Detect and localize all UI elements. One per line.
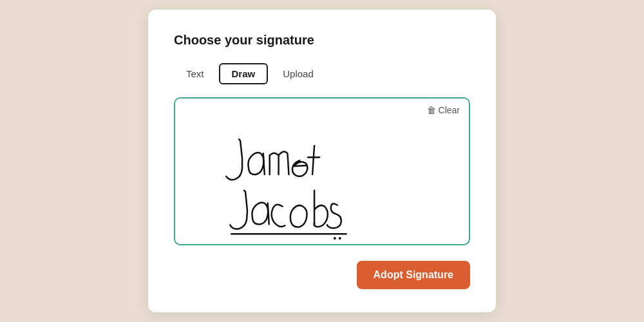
tab-draw[interactable]: Draw: [219, 63, 269, 84]
tab-bar: Text Draw Upload: [174, 63, 470, 84]
trash-icon: 🗑: [427, 105, 436, 115]
modal-title: Choose your signature: [174, 33, 470, 48]
svg-point-1: [339, 237, 341, 240]
tab-upload[interactable]: Upload: [270, 63, 326, 84]
svg-point-0: [334, 237, 336, 240]
adopt-signature-button[interactable]: Adopt Signature: [357, 261, 470, 289]
clear-button[interactable]: 🗑 Clear: [427, 105, 460, 115]
tab-text[interactable]: Text: [174, 63, 216, 84]
draw-area[interactable]: 🗑 Clear: [174, 97, 470, 245]
clear-label: Clear: [439, 105, 460, 115]
signature-modal: Choose your signature Text Draw Upload 🗑…: [148, 10, 496, 312]
signature-canvas: [175, 99, 469, 244]
adopt-btn-row: Adopt Signature: [174, 261, 470, 289]
